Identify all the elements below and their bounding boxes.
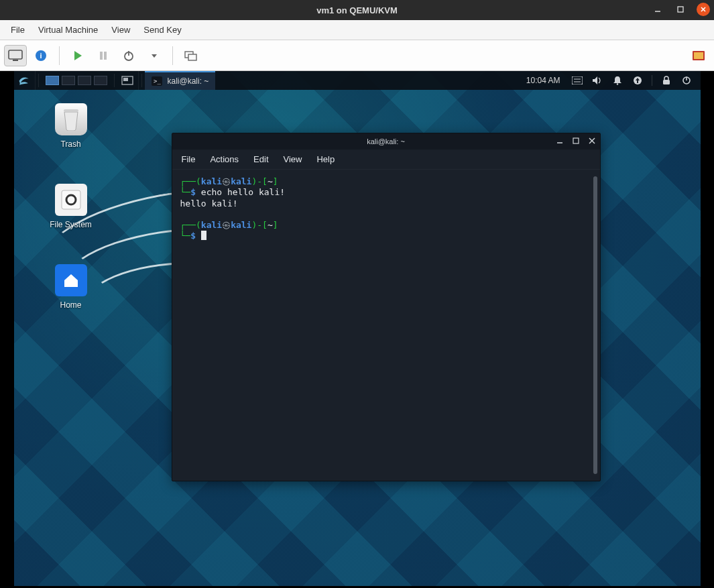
- host-power-menu-dropdown[interactable]: [143, 45, 166, 66]
- desktop-icon-label: File System: [41, 220, 101, 229]
- workspace-4[interactable]: [94, 76, 107, 85]
- kali-desktop[interactable]: >_ kali@kali: ~ 10:04 AM: [14, 71, 701, 586]
- host-menu-send-key[interactable]: Send Key: [137, 22, 188, 38]
- lock-icon[interactable]: [660, 74, 672, 86]
- svg-rect-9: [100, 52, 103, 60]
- terminal-maximize-button[interactable]: [571, 135, 581, 146]
- desktop-icon-trash[interactable]: Trash: [41, 103, 101, 149]
- taskbar-item-label: kali@kali: ~: [168, 76, 209, 86]
- svg-rect-32: [64, 109, 78, 112]
- kali-top-panel: >_ kali@kali: ~ 10:04 AM: [14, 71, 701, 90]
- svg-rect-1: [678, 7, 683, 12]
- trash-icon: [55, 103, 87, 135]
- terminal-cursor: [201, 231, 206, 240]
- desktop-icon-label: Trash: [41, 139, 101, 149]
- host-fullscreen-button[interactable]: [687, 45, 710, 66]
- terminal-scrollbar[interactable]: [593, 176, 597, 474]
- workspace-2[interactable]: [62, 76, 75, 85]
- guest-display-frame: >_ kali@kali: ~ 10:04 AM: [0, 71, 714, 588]
- terminal-menu-edit[interactable]: Edit: [253, 154, 268, 164]
- svg-marker-13: [152, 54, 157, 58]
- terminal-titlebar[interactable]: kali@kali: ~: [172, 133, 600, 150]
- host-toolbar: i: [0, 40, 714, 71]
- svg-point-26: [616, 83, 617, 84]
- svg-rect-15: [188, 54, 196, 60]
- terminal-window[interactable]: kali@kali: ~ File Actions Edit View Help…: [172, 133, 601, 481]
- host-menu-view[interactable]: View: [105, 22, 137, 38]
- terminal-icon: >_: [152, 76, 162, 86]
- filesystem-icon: [55, 184, 87, 216]
- panel-clock[interactable]: 10:04 AM: [524, 76, 563, 85]
- host-close-button[interactable]: [697, 3, 710, 16]
- panel-show-desktop-button[interactable]: [117, 71, 139, 90]
- host-menu-file[interactable]: File: [4, 22, 32, 38]
- host-power-button[interactable]: [117, 45, 140, 66]
- svg-marker-25: [593, 76, 597, 84]
- home-icon: [55, 264, 87, 296]
- workspace-3[interactable]: [78, 76, 91, 85]
- volume-icon[interactable]: [591, 74, 603, 86]
- taskbar-item-terminal[interactable]: >_ kali@kali: ~: [145, 71, 216, 90]
- terminal-output: hello kali!: [180, 198, 238, 209]
- host-pause-button[interactable]: [92, 45, 115, 66]
- svg-rect-4: [9, 50, 22, 59]
- terminal-minimize-button[interactable]: [554, 135, 565, 146]
- svg-text:i: i: [40, 52, 42, 60]
- svg-rect-29: [663, 80, 670, 84]
- power-icon[interactable]: [680, 74, 693, 86]
- desktop-icon-filesystem[interactable]: File System: [41, 184, 101, 229]
- host-snapshots-button[interactable]: [180, 45, 202, 66]
- host-show-console-button[interactable]: [4, 45, 27, 66]
- host-menu-virtual-machine[interactable]: Virtual Machine: [32, 22, 105, 38]
- kali-applications-menu-button[interactable]: [14, 71, 36, 90]
- svg-marker-8: [74, 51, 82, 60]
- host-menubar: File Virtual Machine View Send Key: [0, 20, 714, 40]
- host-minimize-button[interactable]: [651, 3, 664, 16]
- svg-rect-10: [104, 52, 107, 60]
- workspace-1[interactable]: [46, 76, 59, 85]
- host-details-button[interactable]: i: [29, 45, 52, 66]
- keyboard-indicator-icon[interactable]: [571, 74, 583, 86]
- terminal-menu-file[interactable]: File: [182, 154, 196, 164]
- terminal-menu-view[interactable]: View: [284, 154, 302, 164]
- terminal-body[interactable]: ┌──(kali㉿kali)-[~] └─$ echo hello kali! …: [172, 170, 600, 481]
- host-window-title: vm1 on QEMU/KVM: [316, 5, 398, 15]
- terminal-menubar: File Actions Edit View Help: [172, 150, 600, 170]
- terminal-close-button[interactable]: [587, 135, 597, 146]
- desktop-icon-home[interactable]: Home: [41, 264, 101, 310]
- svg-rect-22: [572, 76, 583, 84]
- terminal-menu-actions[interactable]: Actions: [210, 154, 239, 164]
- svg-rect-19: [123, 78, 128, 81]
- terminal-menu-help[interactable]: Help: [316, 154, 335, 164]
- host-run-button[interactable]: [66, 45, 89, 66]
- svg-rect-36: [573, 138, 579, 143]
- host-maximize-button[interactable]: [674, 3, 687, 16]
- host-window-titlebar[interactable]: vm1 on QEMU/KVM: [0, 0, 714, 20]
- toolbar-separator: [59, 46, 60, 65]
- terminal-command: echo hello kali!: [201, 187, 285, 197]
- toolbar-separator: [172, 46, 173, 65]
- desktop-icon-label: Home: [41, 300, 101, 310]
- notifications-icon[interactable]: [611, 74, 623, 86]
- svg-rect-33: [62, 190, 80, 209]
- workspace-switcher[interactable]: [42, 76, 111, 85]
- svg-text:>_: >_: [154, 78, 161, 84]
- svg-rect-17: [694, 52, 703, 59]
- updates-icon[interactable]: [632, 74, 644, 86]
- svg-rect-5: [13, 60, 18, 61]
- terminal-title: kali@kali: ~: [367, 137, 405, 145]
